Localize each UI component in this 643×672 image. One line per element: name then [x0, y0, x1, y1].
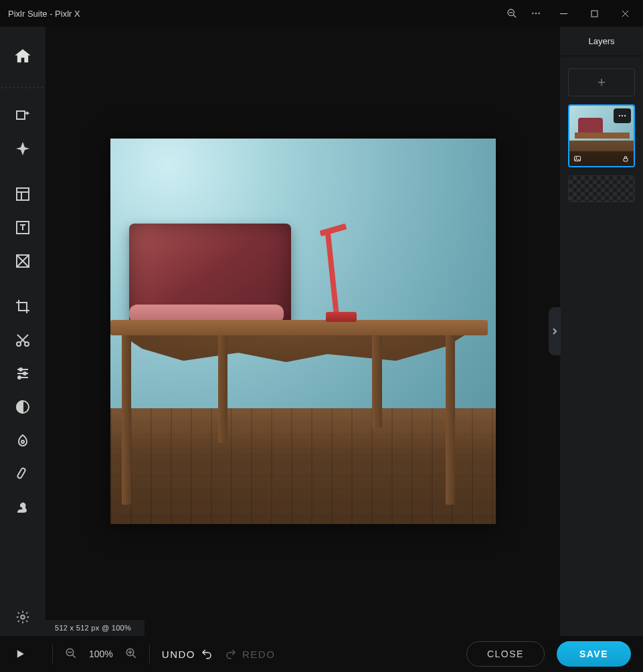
left-toolbar: [0, 27, 45, 636]
zoom-in-icon[interactable]: [125, 647, 137, 661]
bottom-bar: 100% UNDO REDO CLOSE SAVE: [0, 636, 643, 672]
layer-thumbnail-selected[interactable]: [568, 104, 635, 167]
save-button[interactable]: SAVE: [557, 641, 631, 667]
layers-panel: Layers: [560, 27, 643, 636]
redo-button[interactable]: REDO: [225, 648, 275, 660]
svg-rect-26: [17, 468, 25, 479]
svg-point-22: [23, 372, 26, 375]
svg-rect-6: [560, 13, 567, 14]
svg-line-1: [513, 15, 516, 17]
svg-point-21: [19, 368, 22, 371]
svg-point-31: [622, 115, 623, 116]
zoom-out-icon[interactable]: [65, 647, 77, 661]
svg-line-40: [132, 655, 136, 658]
canvas-area[interactable]: 512 x 512 px @ 100%: [45, 27, 560, 636]
redo-icon: [225, 648, 237, 660]
redo-label: REDO: [242, 649, 275, 660]
svg-point-34: [576, 157, 577, 159]
svg-point-25: [21, 440, 24, 443]
svg-point-32: [624, 115, 626, 116]
window-minimize-icon[interactable]: [548, 1, 579, 25]
dimensions-badge: 512 x 512 px @ 100%: [45, 620, 145, 636]
adjust-tool-icon[interactable]: [7, 357, 39, 390]
layout-tool-icon[interactable]: [7, 178, 39, 210]
panel-collapse-icon[interactable]: [549, 307, 561, 355]
arrange-tool-icon[interactable]: [7, 99, 39, 131]
ai-tool-icon[interactable]: [7, 133, 39, 165]
window-close-icon[interactable]: [610, 1, 640, 25]
liquify-tool-icon[interactable]: [7, 424, 39, 456]
home-button[interactable]: [0, 27, 45, 86]
cutout-tool-icon[interactable]: [7, 324, 39, 356]
layers-panel-title: Layers: [560, 27, 643, 56]
lock-icon: [622, 155, 630, 163]
element-tool-icon[interactable]: [7, 245, 39, 277]
more-title-icon[interactable]: [524, 1, 548, 25]
svg-point-3: [532, 13, 533, 14]
undo-icon: [201, 648, 213, 660]
canvas-image[interactable]: [110, 139, 496, 524]
layer-thumbnail-empty[interactable]: [568, 175, 635, 202]
settings-icon[interactable]: [7, 604, 39, 631]
undo-button[interactable]: UNDO: [162, 648, 213, 660]
svg-point-23: [18, 376, 21, 379]
zoom-out-title-icon[interactable]: [500, 1, 524, 25]
svg-rect-7: [591, 11, 598, 17]
svg-line-37: [72, 655, 76, 658]
svg-rect-35: [624, 159, 628, 162]
app-title: Pixlr Suite - Pixlr X: [8, 9, 80, 19]
close-button[interactable]: CLOSE: [466, 641, 545, 667]
filter-tool-icon[interactable]: [7, 391, 39, 423]
svg-point-27: [21, 615, 25, 619]
zoom-value[interactable]: 100%: [89, 649, 113, 659]
animate-play-icon[interactable]: [0, 647, 40, 661]
draw-tool-icon[interactable]: [7, 491, 39, 523]
svg-rect-11: [17, 188, 29, 200]
add-layer-button[interactable]: [568, 68, 635, 96]
crop-tool-icon[interactable]: [7, 290, 39, 323]
layer-options-icon[interactable]: [614, 108, 631, 123]
svg-point-5: [538, 13, 539, 14]
titlebar: Pixlr Suite - Pixlr X: [0, 0, 643, 27]
retouch-tool-icon[interactable]: [7, 458, 39, 490]
undo-label: UNDO: [162, 649, 195, 660]
svg-point-4: [535, 13, 537, 14]
text-tool-icon[interactable]: [7, 212, 39, 244]
svg-point-30: [619, 115, 620, 116]
svg-rect-10: [17, 111, 25, 119]
image-type-icon: [573, 155, 581, 163]
window-maximize-icon[interactable]: [579, 1, 610, 25]
